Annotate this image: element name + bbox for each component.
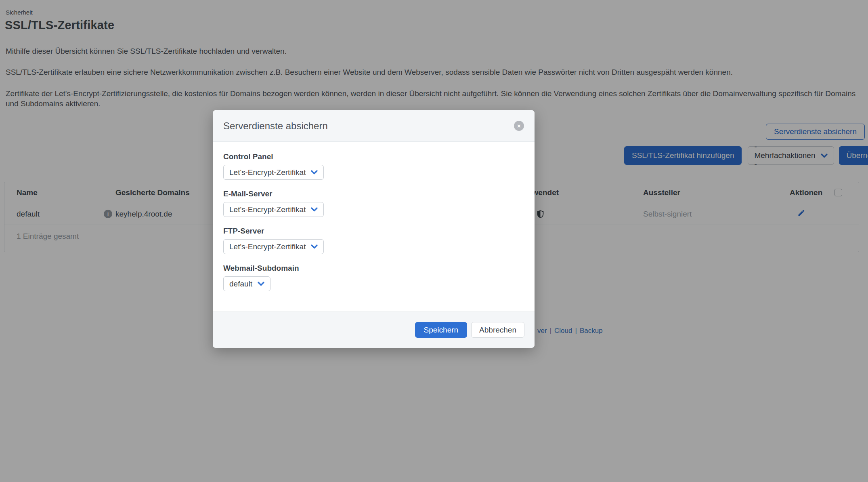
email-server-label: E-Mail-Server <box>223 189 524 198</box>
ftp-server-value: Let's-Encrypt-Zertifikat <box>229 242 306 251</box>
control-panel-label: Control Panel <box>223 152 524 161</box>
ftp-server-select[interactable]: Let's-Encrypt-Zertifikat <box>223 239 324 254</box>
ftp-server-label: FTP-Server <box>223 227 524 236</box>
modal-title: Serverdienste absichern <box>223 120 328 132</box>
close-icon[interactable]: × <box>514 121 524 131</box>
ssl-certificates-page: Sicherheit SSL/TLS-Zertifikate Mithilfe … <box>0 0 868 482</box>
form-group-ftp-server: FTP-Server Let's-Encrypt-Zertifikat <box>223 227 524 264</box>
chevron-down-icon <box>258 282 264 286</box>
cancel-button[interactable]: Abbrechen <box>471 322 524 338</box>
form-group-control-panel: Control Panel Let's-Encrypt-Zertifikat <box>223 152 524 189</box>
chevron-down-icon <box>311 207 318 212</box>
form-group-email-server: E-Mail-Server Let's-Encrypt-Zertifikat <box>223 189 524 227</box>
modal-header: Serverdienste absichern × <box>213 110 535 142</box>
modal-footer: Speichern Abbrechen <box>213 312 535 348</box>
webmail-subdomain-select[interactable]: default <box>223 276 270 291</box>
email-server-select[interactable]: Let's-Encrypt-Zertifikat <box>223 202 324 217</box>
form-group-webmail-subdomain: Webmail-Subdomain default <box>223 264 524 301</box>
save-button[interactable]: Speichern <box>415 322 468 338</box>
chevron-down-icon <box>311 170 318 175</box>
secure-services-modal: Serverdienste absichern × Control Panel … <box>213 110 535 347</box>
webmail-subdomain-label: Webmail-Subdomain <box>223 264 524 273</box>
webmail-subdomain-value: default <box>229 280 252 288</box>
chevron-down-icon <box>311 244 318 249</box>
control-panel-select[interactable]: Let's-Encrypt-Zertifikat <box>223 165 324 180</box>
control-panel-value: Let's-Encrypt-Zertifikat <box>229 168 306 177</box>
email-server-value: Let's-Encrypt-Zertifikat <box>229 205 306 214</box>
modal-body: Control Panel Let's-Encrypt-Zertifikat E… <box>213 142 535 312</box>
